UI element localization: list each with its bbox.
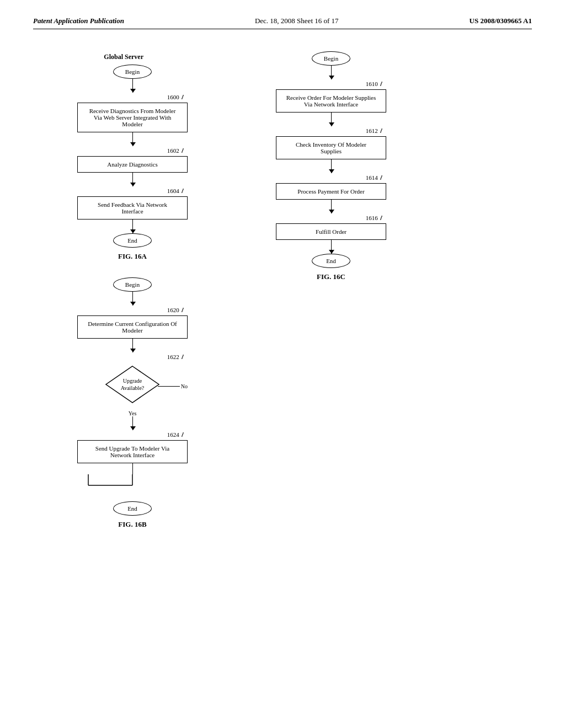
fig16b-label: FIG. 16B: [118, 520, 146, 529]
page-header: Patent Application Publication Dec. 18, …: [33, 17, 532, 29]
arrow-c1: [331, 66, 332, 79]
fig16b-rect-1620: Determine Current Configuration OfModele…: [77, 315, 188, 339]
step-1614-label: 1614: [366, 174, 378, 181]
left-column: Global Server Begin 1600 // Receive Diag…: [44, 51, 221, 529]
global-server-label: Global Server: [104, 53, 143, 61]
main-content: Global Server Begin 1600 // Receive Diag…: [33, 51, 532, 529]
step-1622-slash: //: [182, 352, 182, 361]
step-1600-slash: //: [182, 93, 182, 101]
arrow-c3: [331, 159, 332, 173]
fig16a-begin: Begin: [113, 65, 152, 79]
diamond-text-1622: UpgradeAvailable?: [105, 365, 160, 404]
right-column: Begin 1610 // Receive Order For Modeler …: [243, 51, 419, 529]
patent-page: Patent Application Publication Dec. 18, …: [0, 0, 565, 728]
step-1604-label: 1604: [167, 188, 179, 194]
header-left: Patent Application Publication: [33, 17, 124, 25]
fig16a-rect-1600: Receive Diagnostics From ModelerVia Web …: [77, 103, 188, 132]
step-1616-label: 1616: [366, 215, 378, 221]
arrow-c2: [331, 113, 332, 126]
fig16c-rect-1614: Process Payment For Order: [276, 183, 386, 200]
step-1612-label: 1612: [366, 127, 378, 134]
fig16b-diamond-container: UpgradeAvailable? No Yes: [77, 362, 188, 406]
step-1616-slash: //: [380, 213, 381, 222]
fig16c-end: End: [312, 254, 350, 268]
fig16a-rect-1604: Send Feedback Via NetworkInterface: [77, 196, 188, 220]
arrow-3: [132, 173, 133, 186]
header-right: US 2008/0309665 A1: [470, 17, 532, 25]
fig16a-end: End: [113, 233, 152, 248]
fig16c-rect-1612: Check Inventory Of ModelerSupplies: [276, 136, 386, 159]
step-1602-label: 1602: [167, 147, 179, 154]
arrow-4: [132, 220, 133, 233]
step-1624-slash: //: [182, 430, 182, 439]
step-1622-label: 1622: [167, 354, 179, 360]
fig16b-begin: Begin: [113, 277, 152, 292]
no-label: No: [181, 383, 188, 389]
step-1614-slash: //: [380, 173, 381, 182]
no-line: [158, 386, 180, 387]
step-1612-slash: //: [380, 126, 381, 135]
fig16b-end: End: [113, 501, 152, 516]
loop-arrow-svg: [77, 474, 188, 496]
arrow-spacer: [132, 416, 133, 430]
step-1602-slash: //: [182, 146, 182, 155]
step-1604-slash: //: [182, 186, 182, 195]
arrow-7: [132, 416, 133, 430]
step-1610-slash: //: [380, 79, 381, 88]
fig16c-section: Begin 1610 // Receive Order For Modeler …: [276, 51, 386, 281]
step-1600-label: 1600: [167, 94, 179, 100]
down-line-loop: [132, 463, 133, 474]
arrow-6: [132, 339, 133, 352]
fig16c-label: FIG. 16C: [317, 272, 345, 281]
fig16a-label: FIG. 16A: [118, 252, 147, 261]
yes-label: Yes: [129, 410, 137, 416]
step-1624-label: 1624: [167, 431, 179, 438]
header-center: Dec. 18, 2008 Sheet 16 of 17: [255, 17, 339, 25]
fig16b-section: Begin 1620 // Determine Current Configur…: [77, 277, 188, 529]
arrow-c5: [331, 240, 332, 254]
arrow-c4: [331, 200, 332, 213]
arrow-1: [132, 79, 133, 93]
fig16c-begin: Begin: [312, 51, 350, 66]
arrow-2: [132, 132, 133, 146]
loop-area: [77, 463, 188, 499]
step-1620-label: 1620: [167, 307, 179, 313]
fig16a-rect-1602: Analyze Diagnostics: [77, 156, 188, 173]
step-1610-label: 1610: [366, 81, 378, 87]
step-1620-slash: //: [182, 306, 182, 314]
fig16c-rect-1616: Fulfill Order: [276, 223, 386, 240]
fig16c-rect-1610: Receive Order For Modeler SuppliesVia Ne…: [276, 89, 386, 113]
fig16a-section: Global Server Begin 1600 // Receive Diag…: [77, 51, 188, 261]
fig16b-rect-1624: Send Upgrade To Modeler ViaNetwork Inter…: [77, 440, 188, 463]
no-path: No: [158, 383, 188, 389]
arrow-5: [132, 292, 133, 306]
